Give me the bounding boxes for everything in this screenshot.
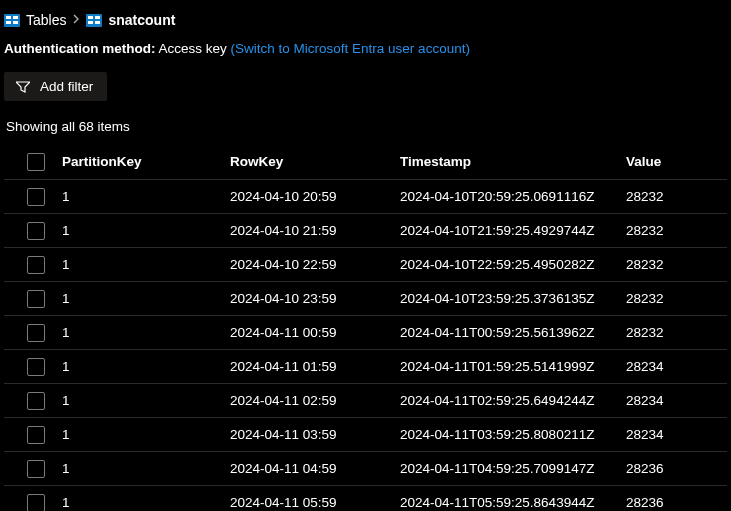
- cell-value: 28232: [626, 223, 727, 238]
- cell-partitionkey: 1: [62, 393, 230, 408]
- row-checkbox[interactable]: [27, 290, 45, 308]
- cell-timestamp: 2024-04-11T03:59:25.8080211Z: [400, 427, 626, 442]
- cell-timestamp: 2024-04-10T23:59:25.3736135Z: [400, 291, 626, 306]
- cell-rowkey: 2024-04-11 00:59: [230, 325, 400, 340]
- add-filter-button[interactable]: Add filter: [4, 72, 107, 101]
- column-header-partitionkey[interactable]: PartitionKey: [62, 154, 230, 169]
- row-checkbox[interactable]: [27, 392, 45, 410]
- cell-partitionkey: 1: [62, 359, 230, 374]
- cell-timestamp: 2024-04-10T22:59:25.4950282Z: [400, 257, 626, 272]
- cell-timestamp: 2024-04-11T01:59:25.5141999Z: [400, 359, 626, 374]
- tables-icon: [4, 13, 20, 27]
- cell-partitionkey: 1: [62, 325, 230, 340]
- cell-timestamp: 2024-04-11T04:59:25.7099147Z: [400, 461, 626, 476]
- table-row[interactable]: 12024-04-10 20:592024-04-10T20:59:25.069…: [4, 180, 727, 214]
- cell-rowkey: 2024-04-10 22:59: [230, 257, 400, 272]
- cell-value: 28232: [626, 291, 727, 306]
- filter-icon: [16, 81, 30, 93]
- row-checkbox[interactable]: [27, 494, 45, 512]
- cell-partitionkey: 1: [62, 257, 230, 272]
- breadcrumb-current: snatcount: [108, 12, 175, 28]
- cell-value: 28234: [626, 427, 727, 442]
- table-row[interactable]: 12024-04-10 23:592024-04-10T23:59:25.373…: [4, 282, 727, 316]
- row-checkbox[interactable]: [27, 324, 45, 342]
- cell-timestamp: 2024-04-11T02:59:25.6494244Z: [400, 393, 626, 408]
- cell-rowkey: 2024-04-11 05:59: [230, 495, 400, 510]
- cell-partitionkey: 1: [62, 427, 230, 442]
- cell-partitionkey: 1: [62, 461, 230, 476]
- table-row[interactable]: 12024-04-10 21:592024-04-10T21:59:25.492…: [4, 214, 727, 248]
- auth-method: Access key: [159, 41, 227, 56]
- table-row[interactable]: 12024-04-11 00:592024-04-11T00:59:25.561…: [4, 316, 727, 350]
- cell-value: 28236: [626, 461, 727, 476]
- table-icon: [86, 13, 102, 27]
- cell-rowkey: 2024-04-11 04:59: [230, 461, 400, 476]
- cell-value: 28234: [626, 359, 727, 374]
- chevron-right-icon: [72, 13, 80, 27]
- breadcrumb-parent[interactable]: Tables: [26, 12, 66, 28]
- row-checkbox[interactable]: [27, 426, 45, 444]
- table-row[interactable]: 12024-04-11 03:592024-04-11T03:59:25.808…: [4, 418, 727, 452]
- table-row[interactable]: 12024-04-11 04:592024-04-11T04:59:25.709…: [4, 452, 727, 486]
- row-checkbox[interactable]: [27, 358, 45, 376]
- auth-switch-link[interactable]: (Switch to Microsoft Entra user account): [231, 41, 470, 56]
- cell-rowkey: 2024-04-11 01:59: [230, 359, 400, 374]
- cell-partitionkey: 1: [62, 189, 230, 204]
- row-checkbox[interactable]: [27, 460, 45, 478]
- cell-partitionkey: 1: [62, 291, 230, 306]
- cell-value: 28234: [626, 393, 727, 408]
- cell-value: 28236: [626, 495, 727, 510]
- cell-rowkey: 2024-04-11 03:59: [230, 427, 400, 442]
- row-checkbox[interactable]: [27, 256, 45, 274]
- cell-value: 28232: [626, 325, 727, 340]
- data-table: PartitionKey RowKey Timestamp Value 1202…: [4, 144, 727, 511]
- row-checkbox[interactable]: [27, 222, 45, 240]
- table-header: PartitionKey RowKey Timestamp Value: [4, 144, 727, 180]
- add-filter-label: Add filter: [40, 79, 93, 94]
- column-header-timestamp[interactable]: Timestamp: [400, 154, 626, 169]
- cell-rowkey: 2024-04-11 02:59: [230, 393, 400, 408]
- breadcrumb: Tables snatcount: [4, 8, 727, 38]
- cell-value: 28232: [626, 257, 727, 272]
- cell-rowkey: 2024-04-10 21:59: [230, 223, 400, 238]
- cell-rowkey: 2024-04-10 23:59: [230, 291, 400, 306]
- showing-count: Showing all 68 items: [4, 101, 727, 144]
- cell-timestamp: 2024-04-10T21:59:25.4929744Z: [400, 223, 626, 238]
- table-row[interactable]: 12024-04-11 01:592024-04-11T01:59:25.514…: [4, 350, 727, 384]
- table-row[interactable]: 12024-04-11 05:592024-04-11T05:59:25.864…: [4, 486, 727, 511]
- table-row[interactable]: 12024-04-11 02:592024-04-11T02:59:25.649…: [4, 384, 727, 418]
- select-all-checkbox[interactable]: [27, 153, 45, 171]
- cell-rowkey: 2024-04-10 20:59: [230, 189, 400, 204]
- cell-timestamp: 2024-04-11T05:59:25.8643944Z: [400, 495, 626, 510]
- column-header-value[interactable]: Value: [626, 154, 727, 169]
- cell-partitionkey: 1: [62, 223, 230, 238]
- auth-line: Authentication method: Access key (Switc…: [4, 38, 727, 72]
- cell-timestamp: 2024-04-10T20:59:25.0691116Z: [400, 189, 626, 204]
- cell-timestamp: 2024-04-11T00:59:25.5613962Z: [400, 325, 626, 340]
- table-row[interactable]: 12024-04-10 22:592024-04-10T22:59:25.495…: [4, 248, 727, 282]
- row-checkbox[interactable]: [27, 188, 45, 206]
- cell-partitionkey: 1: [62, 495, 230, 510]
- auth-label: Authentication method:: [4, 41, 156, 56]
- column-header-rowkey[interactable]: RowKey: [230, 154, 400, 169]
- cell-value: 28232: [626, 189, 727, 204]
